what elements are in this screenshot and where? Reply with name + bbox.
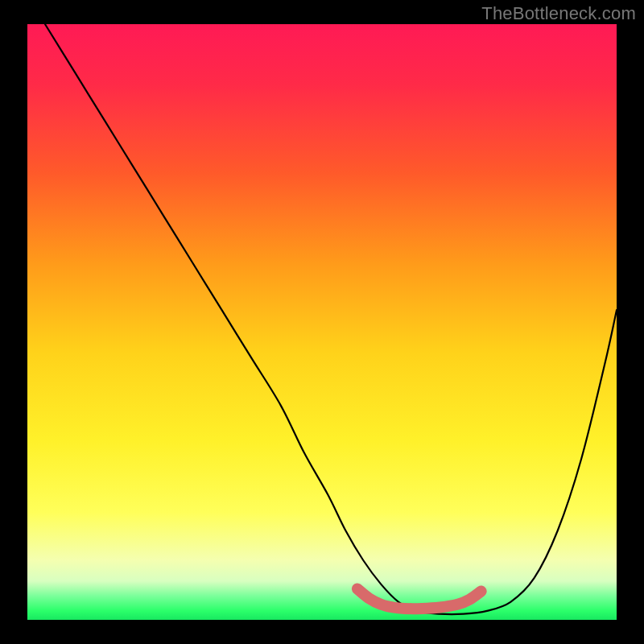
curve-layer [27,24,617,620]
watermark-text: TheBottleneck.com [481,3,636,24]
chart-frame: TheBottleneck.com [0,0,644,644]
plot-area [27,24,617,620]
highlight-segment [357,589,481,609]
bottleneck-curve [45,24,617,614]
